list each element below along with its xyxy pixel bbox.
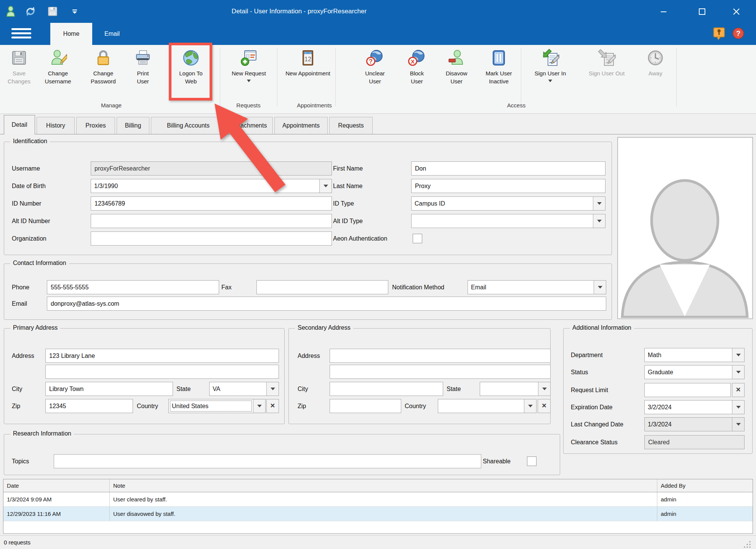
save-icon[interactable] [45, 4, 60, 19]
change-password-icon [81, 48, 126, 68]
print-user-button[interactable]: Print User [128, 48, 158, 106]
hamburger-menu-icon[interactable] [11, 28, 35, 40]
topics-label: Topics [12, 454, 29, 468]
status-select[interactable]: Graduate [644, 365, 745, 379]
dropdown-button[interactable] [732, 401, 744, 414]
dropdown-button[interactable] [538, 382, 550, 396]
alt-id-type-select[interactable] [411, 214, 605, 228]
country-value: United States [169, 399, 253, 413]
dropdown-button[interactable] [593, 197, 605, 210]
help-icon[interactable]: ? [732, 27, 744, 41]
tab-detail[interactable]: Detail [4, 115, 35, 134]
city-label: City [12, 382, 22, 396]
column-header-note[interactable]: Note [110, 479, 657, 492]
dropdown-button[interactable] [594, 281, 606, 294]
resize-grip[interactable] [743, 540, 751, 549]
state-select[interactable] [480, 382, 551, 396]
city-field[interactable] [330, 382, 443, 396]
sync-icon[interactable] [23, 4, 38, 19]
disavow-user-button[interactable]: Disavow User [437, 48, 476, 106]
tab-requests[interactable]: Requests [329, 117, 373, 134]
minimize-button[interactable] [652, 0, 675, 23]
tab-billing[interactable]: Billing [117, 117, 149, 134]
zip-field[interactable] [45, 399, 133, 413]
notification-method-select[interactable]: Email [468, 280, 606, 294]
clear-country-button[interactable]: ✕ [266, 399, 279, 413]
ribbon-group-separator [277, 48, 277, 107]
table-row-selected[interactable]: 12/29/2023 11:16 AM User disavowed by st… [3, 507, 753, 521]
ribbon-group-separator [335, 48, 336, 107]
email-field[interactable] [47, 297, 606, 311]
zip-field[interactable] [330, 399, 401, 413]
dropdown-button[interactable] [319, 179, 332, 193]
department-select[interactable]: Math [644, 348, 745, 362]
topics-field[interactable] [54, 454, 481, 468]
note-added-by-cell: admin [657, 492, 753, 506]
first-name-field[interactable] [411, 161, 605, 176]
clear-request-limit-button[interactable]: ✕ [732, 383, 745, 397]
city-field[interactable] [45, 382, 173, 396]
mark-user-inactive-button[interactable]: Mark User Inactive [478, 48, 520, 106]
new-appointment-button[interactable]: 12 New Appointment [281, 48, 335, 106]
chevron-down-icon [257, 405, 262, 407]
aeon-authentication-checkbox[interactable] [413, 234, 422, 243]
ribbon-tab-email[interactable]: Email [94, 23, 130, 45]
fax-field[interactable] [256, 280, 388, 294]
groupbox-title: Additional Information [570, 324, 634, 331]
sign-user-in-button[interactable]: Sign User In [524, 48, 576, 106]
ribbon-group-separator [676, 48, 677, 107]
qat-menu-caret-icon[interactable] [67, 4, 82, 19]
ribbon-tab-home[interactable]: Home [50, 23, 92, 45]
request-limit-field[interactable] [644, 383, 731, 397]
svg-text:?: ? [736, 29, 741, 37]
address-line2-field[interactable] [330, 365, 551, 379]
state-select[interactable]: VA [209, 382, 279, 396]
chevron-down-icon [597, 220, 602, 222]
dropdown-button[interactable] [593, 214, 605, 228]
user-icon[interactable] [3, 4, 18, 19]
last-changed-date-label: Last Changed Date [571, 417, 623, 431]
address-line2-field[interactable] [45, 365, 279, 379]
expiration-date-picker[interactable]: 3/2/2024 [644, 400, 745, 414]
ribbon-button-label: New Appointment [285, 69, 330, 77]
organization-field[interactable] [91, 231, 332, 246]
dropdown-button[interactable] [732, 348, 744, 362]
alt-id-number-field[interactable] [91, 214, 332, 228]
status-bar: 0 requests [0, 535, 756, 549]
pin-icon[interactable] [713, 27, 725, 42]
last-name-field[interactable] [411, 179, 605, 193]
clear-country-button[interactable]: ✕ [538, 399, 551, 413]
unclear-user-button[interactable]: ? Unclear User [354, 48, 396, 106]
id-number-field[interactable] [91, 196, 332, 211]
dropdown-button[interactable] [732, 365, 744, 379]
dropdown-button[interactable] [266, 382, 279, 396]
phone-field[interactable] [47, 280, 219, 294]
red-highlight-box [169, 43, 212, 101]
change-password-button[interactable]: Change Password [81, 48, 126, 106]
close-button[interactable] [725, 0, 748, 23]
column-header-date[interactable]: Date [3, 479, 110, 492]
last-name-label: Last Name [333, 179, 362, 193]
id-type-select[interactable]: Campus ID [411, 196, 605, 211]
country-select[interactable]: United States [168, 399, 266, 413]
status-label: Status [571, 365, 588, 379]
dropdown-button[interactable] [524, 399, 536, 413]
tab-history[interactable]: History [37, 117, 75, 134]
dropdown-button[interactable] [253, 399, 265, 413]
username-label: Username [12, 161, 40, 176]
tab-proxies[interactable]: Proxies [76, 117, 115, 134]
change-username-button[interactable]: Change Username [37, 48, 79, 106]
chevron-down-icon [542, 388, 547, 390]
chevron-down-icon [528, 405, 533, 407]
shareable-checkbox[interactable] [527, 456, 537, 466]
research-information-groupbox: Research Information Topics Shareable [4, 434, 560, 475]
new-request-button[interactable]: New Request [224, 48, 274, 106]
block-user-button[interactable]: X Block User [398, 48, 436, 106]
address-line1-field[interactable] [45, 349, 279, 363]
country-select[interactable] [438, 399, 537, 413]
address-line1-field[interactable] [330, 349, 551, 363]
maximize-button[interactable] [690, 0, 713, 23]
note-date-cell: 1/3/2024 9:09 AM [3, 492, 110, 506]
table-row[interactable]: 1/3/2024 9:09 AM User cleared by staff. … [3, 492, 753, 507]
column-header-added-by[interactable]: Added By [657, 479, 753, 492]
